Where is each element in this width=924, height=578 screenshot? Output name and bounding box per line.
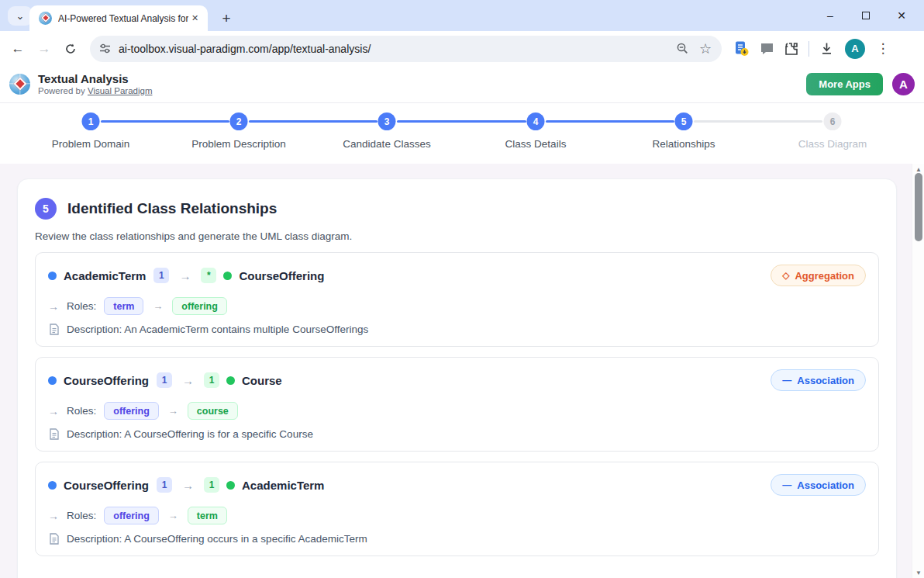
user-avatar[interactable]: A <box>892 73 915 95</box>
step-label-class-details: Class Details <box>505 138 567 150</box>
roles-label: Roles: <box>67 300 96 312</box>
document-icon <box>48 324 60 335</box>
role-arrow-icon: → <box>153 300 163 312</box>
role-arrow-icon: → <box>168 510 178 521</box>
step-circle-6[interactable]: 6 <box>824 112 842 130</box>
step-circle-3[interactable]: 3 <box>378 112 396 130</box>
relationship-type-badge[interactable]: —Association <box>771 369 866 391</box>
comment-icon[interactable] <box>754 36 779 61</box>
role-arrow-icon: → <box>168 405 178 417</box>
address-bar[interactable]: ai-toolbox.visual-paradigm.com/app/textu… <box>90 36 722 62</box>
site-favicon-icon <box>39 12 52 25</box>
source-multiplicity-badge: 1 <box>153 268 169 283</box>
forward-button[interactable]: → <box>31 36 57 62</box>
step-circle-2[interactable]: 2 <box>230 112 248 130</box>
minimize-button[interactable]: – <box>812 0 848 31</box>
relationship-card: AcademicTerm 1 → * CourseOffering ◇Aggre… <box>35 252 879 347</box>
step-label-candidate-classes: Candidate Classes <box>343 138 430 150</box>
zoom-icon[interactable] <box>671 37 694 61</box>
roles-label: Roles: <box>67 405 96 417</box>
source-class-name: CourseOffering <box>64 374 149 387</box>
page-title: Identified Class Relationships <box>67 200 277 217</box>
relationship-classes-row: CourseOffering 1 → 1 AcademicTerm —Assoc… <box>48 474 866 496</box>
downloads-icon[interactable] <box>814 36 839 61</box>
maximize-button[interactable] <box>848 0 884 31</box>
new-tab-button[interactable]: + <box>215 8 237 29</box>
visual-paradigm-link[interactable]: Visual Paradigm <box>88 86 153 95</box>
relationship-type-label: Aggregation <box>795 270 854 282</box>
target-class-dot-icon <box>223 272 232 280</box>
back-button[interactable]: ← <box>5 36 31 62</box>
target-role-badge: course <box>188 402 238 420</box>
reload-button[interactable] <box>57 36 84 62</box>
relationship-type-badge[interactable]: —Association <box>771 474 866 496</box>
step-circle-5[interactable]: 5 <box>675 112 693 130</box>
scroll-down-icon[interactable]: ▼ <box>912 567 924 578</box>
site-info-icon[interactable] <box>99 43 111 54</box>
step-connector <box>101 120 229 123</box>
description-row: Description: A CourseOffering is for a s… <box>48 428 866 440</box>
relationship-card: CourseOffering 1 → 1 AcademicTerm —Assoc… <box>35 462 879 556</box>
more-apps-button[interactable]: More Apps <box>806 73 883 95</box>
chevron-down-icon: ⌄ <box>16 10 25 22</box>
page-content: 5 Identified Class Relationships Review … <box>0 164 912 578</box>
page-subtitle: Review the class relationships and gener… <box>35 230 879 242</box>
app-header-right: More Apps A <box>806 73 915 95</box>
extensions-puzzle-icon[interactable] <box>779 36 804 61</box>
relationship-description: Description: An AcademicTerm contains mu… <box>67 324 368 335</box>
aggregation-diamond-icon: ◇ <box>782 270 789 281</box>
relationship-arrow-icon: → <box>179 269 191 282</box>
step-label-problem-domain: Problem Domain <box>52 138 130 150</box>
tab-close-icon[interactable]: ✕ <box>188 12 202 25</box>
relationship-classes-row: AcademicTerm 1 → * CourseOffering ◇Aggre… <box>48 265 866 286</box>
target-class-name: CourseOffering <box>239 269 324 282</box>
document-icon <box>48 428 60 440</box>
step-connector <box>397 120 526 123</box>
source-role-badge: offering <box>104 507 159 524</box>
target-class-dot-icon <box>226 376 235 385</box>
document-icon <box>48 533 60 545</box>
docs-offline-icon[interactable] <box>729 36 754 61</box>
panel-header: 5 Identified Class Relationships <box>35 198 879 220</box>
reload-icon <box>64 43 77 55</box>
step-connector <box>546 120 674 123</box>
roles-row: → Roles: offering → term <box>48 507 866 524</box>
app-titles: Textual Analysis Powered by Visual Parad… <box>38 72 152 96</box>
browser-menu-icon[interactable]: ⋮ <box>871 37 895 61</box>
browser-tab[interactable]: AI-Powered Textual Analysis for ✕ <box>29 5 208 31</box>
relationship-type-badge[interactable]: ◇Aggregation <box>771 265 866 286</box>
browser-profile-avatar[interactable]: A <box>845 39 865 59</box>
target-multiplicity-badge: 1 <box>204 477 219 493</box>
step-label-class-diagram: Class Diagram <box>798 138 867 150</box>
relationship-description: Description: A CourseOffering occurs in … <box>67 533 367 545</box>
step-circle-4[interactable]: 4 <box>527 112 545 130</box>
source-multiplicity-badge: 1 <box>157 372 172 388</box>
source-role-badge: term <box>104 297 143 315</box>
relationships-panel: 5 Identified Class Relationships Review … <box>17 178 897 578</box>
toolbar-extensions-area: A ⋮ <box>729 36 895 61</box>
source-class-dot-icon <box>48 376 57 385</box>
maximize-icon <box>862 12 870 19</box>
step-circle-1[interactable]: 1 <box>82 112 100 130</box>
powered-by: Powered by Visual Paradigm <box>38 85 152 96</box>
description-row: Description: An AcademicTerm contains mu… <box>48 324 866 335</box>
step-connector <box>249 120 378 123</box>
description-row: Description: A CourseOffering occurs in … <box>48 533 866 545</box>
roles-label: Roles: <box>67 510 96 521</box>
source-class-dot-icon <box>48 481 57 490</box>
source-class-name: CourseOffering <box>64 479 149 492</box>
source-class-name: AcademicTerm <box>64 269 146 282</box>
roles-row: → Roles: term → offering <box>48 297 866 315</box>
association-dash-icon: — <box>782 375 791 386</box>
step-label-relationships: Relationships <box>652 138 715 150</box>
app-logo-icon <box>9 74 30 95</box>
close-window-button[interactable]: ✕ <box>884 0 919 31</box>
page-scrollbar[interactable]: ▲ ▼ <box>912 164 924 578</box>
source-class-dot-icon <box>48 272 57 280</box>
target-role-badge: offering <box>172 297 227 315</box>
url-text[interactable]: ai-toolbox.visual-paradigm.com/app/textu… <box>119 43 671 55</box>
relationship-card: CourseOffering 1 → 1 Course —Association… <box>35 357 879 452</box>
scrollbar-thumb[interactable] <box>915 173 922 241</box>
bookmark-star-icon[interactable]: ☆ <box>694 37 717 61</box>
roles-arrow-icon: → <box>48 300 60 313</box>
